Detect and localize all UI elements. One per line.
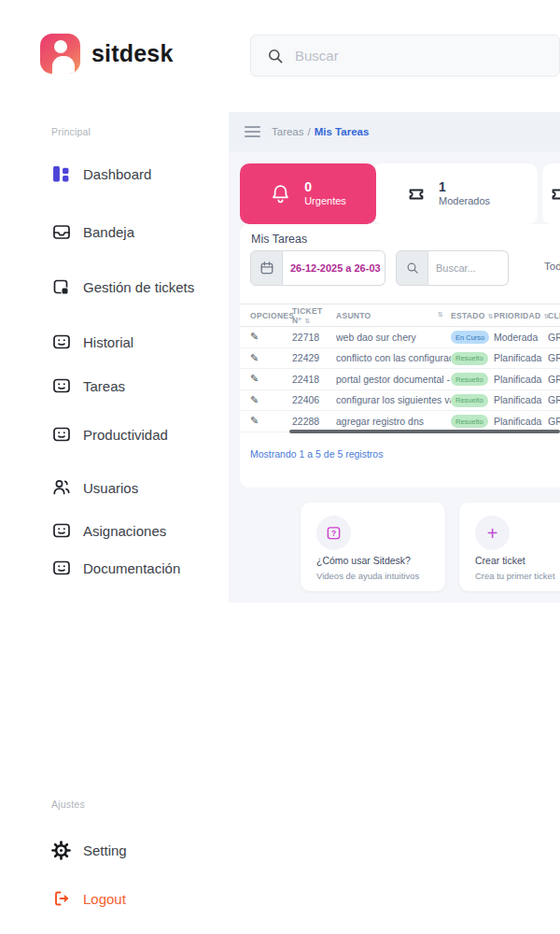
col-asunto[interactable]: ASUNTO⇅: [336, 311, 451, 320]
edit-icon[interactable]: ✎: [250, 415, 259, 426]
ticket-manage-icon: [51, 277, 71, 297]
sidebar-item-asignaciones[interactable]: Asignaciones: [51, 519, 166, 542]
edit-icon[interactable]: ✎: [250, 373, 259, 384]
sidebar-item-dashboard[interactable]: Dashboard: [51, 163, 151, 185]
table-row: ✎ 22718 web dao sur chery En Curso Moder…: [240, 327, 560, 348]
edit-icon[interactable]: ✎: [250, 331, 259, 342]
search-icon: [406, 262, 419, 275]
ticket-number: 22406: [292, 394, 336, 405]
menu-toggle-icon[interactable]: [245, 126, 260, 137]
filter-dropdown[interactable]: Tod: [544, 261, 560, 272]
asunto: configurar los siguientes valo...: [336, 394, 451, 405]
date-range-input[interactable]: [283, 250, 385, 286]
card-icon: [51, 333, 71, 352]
sidebar-item-label: Logout: [83, 891, 126, 907]
sidebar-item-documentacion[interactable]: Documentación: [51, 557, 180, 579]
table-row: ✎ 22406 configurar los siguientes valo..…: [240, 390, 560, 412]
bell-icon: [270, 183, 291, 205]
ticket-number: 22288: [292, 416, 336, 427]
gear-icon: [51, 841, 71, 860]
tab-label: Moderados: [439, 195, 490, 208]
cliente: GRU: [548, 374, 560, 385]
breadcrumb-current[interactable]: Mis Tareas: [315, 126, 370, 137]
sidebar-item-logout[interactable]: Logout: [51, 887, 126, 910]
sidebar-item-label: Setting: [83, 842, 127, 858]
records-count: Mostrando 1 a 5 de 5 registros: [250, 448, 383, 460]
status-badge: Resuelto: [451, 373, 488, 386]
sidebar-section-ajustes: Ajustes: [51, 799, 85, 810]
sort-icon[interactable]: ⇅: [304, 318, 310, 324]
svg-text:?: ?: [331, 529, 336, 538]
sort-icon[interactable]: ⇅: [438, 311, 443, 320]
tab-label: Urgentes: [304, 195, 346, 208]
table-search-input[interactable]: [428, 250, 509, 286]
calendar-icon: [259, 261, 274, 276]
help-card-create-ticket[interactable]: + Crear ticket Crea tu primer ticket: [459, 502, 560, 591]
edit-icon[interactable]: ✎: [250, 352, 259, 363]
breadcrumb: Tareas/Mis Tareas: [272, 126, 369, 137]
tab-urgentes[interactable]: 0 Urgentes: [240, 163, 376, 224]
sidebar-item-historial[interactable]: Historial: [51, 331, 133, 353]
help-icon-circle: +: [475, 516, 510, 550]
sidebar-item-usuarios[interactable]: Usuarios: [51, 476, 138, 499]
cliente: GRU: [548, 332, 560, 343]
status-badge: Resuelto: [451, 415, 488, 428]
panel-title: Mis Tareas: [251, 233, 307, 246]
tab-next-partial[interactable]: [542, 163, 560, 224]
card-icon: [51, 521, 71, 541]
sidebar-section-principal: Principal: [51, 126, 91, 137]
sidebar-item-label: Asignaciones: [83, 523, 166, 539]
ticket-number: 22429: [292, 352, 336, 363]
app-window: sitdesk Principal Dashboard Bandeja Gest…: [0, 0, 560, 934]
breadcrumb-parent[interactable]: Tareas: [272, 126, 304, 137]
help-icon-circle: ?: [316, 516, 351, 550]
tab-count: 0: [304, 179, 346, 196]
table-header-row: OPCIONES TICKET N°⇅ ASUNTO⇅ ESTADO⇅ PRIO…: [240, 304, 560, 327]
edit-icon[interactable]: ✎: [250, 394, 259, 405]
breadcrumb-separator: /: [308, 126, 311, 137]
brand-logo[interactable]: sitdesk: [40, 34, 174, 74]
status-badge: En Curso: [451, 331, 489, 344]
prioridad: Planificada: [494, 374, 548, 385]
ticket-number: 22418: [292, 374, 336, 385]
sidebar-item-setting[interactable]: Setting: [51, 839, 127, 861]
sidebar-item-label: Historial: [83, 334, 133, 350]
col-opciones: OPCIONES: [250, 311, 292, 320]
col-estado[interactable]: ESTADO⇅: [451, 311, 494, 320]
ticket-icon: [550, 185, 560, 204]
plus-icon: +: [487, 524, 498, 543]
horizontal-scrollbar[interactable]: [289, 430, 560, 433]
sidebar-item-label: Documentación: [83, 560, 180, 576]
logout-icon: [51, 889, 71, 909]
tasks-table: OPCIONES TICKET N°⇅ ASUNTO⇅ ESTADO⇅ PRIO…: [240, 304, 560, 432]
asunto: agregar registro dns: [336, 416, 451, 427]
table-search-icon-box: [396, 250, 428, 286]
tab-count: 1: [439, 179, 490, 196]
brand-name: sitdesk: [91, 40, 174, 67]
prioridad: Moderada: [494, 332, 548, 343]
help-card-subtitle: Videos de ayuda intuitivos: [316, 571, 419, 581]
help-card-title: Crear ticket: [475, 555, 525, 566]
col-cliente[interactable]: CLI: [548, 311, 560, 320]
date-picker-button[interactable]: [250, 250, 283, 286]
tab-moderados[interactable]: 1 Moderados: [373, 163, 538, 224]
global-search[interactable]: [250, 35, 560, 77]
dashboard-icon: [51, 164, 71, 184]
asunto: portal gestor documental - cre...: [336, 374, 451, 385]
help-card-how-to-use[interactable]: ? ¿Cómo usar Sitdesk? Videos de ayuda in…: [301, 502, 445, 591]
card-icon: [51, 425, 71, 445]
sidebar-item-productividad[interactable]: Productividad: [51, 423, 168, 446]
col-prioridad[interactable]: PRIORIDAD⇅: [494, 311, 548, 320]
help-card-title: ¿Cómo usar Sitdesk?: [316, 555, 411, 566]
sort-icon[interactable]: ⇅: [488, 313, 494, 319]
asunto: web dao sur chery: [336, 332, 451, 343]
col-ticket[interactable]: TICKET N°⇅: [292, 306, 336, 325]
global-search-input[interactable]: [295, 48, 519, 64]
sidebar-item-label: Dashboard: [83, 166, 151, 182]
sidebar-item-bandeja[interactable]: Bandeja: [51, 220, 134, 243]
sidebar-item-label: Gestión de tickets: [83, 279, 194, 295]
prioridad: Planificada: [494, 394, 548, 405]
sidebar-item-tareas[interactable]: Tareas: [51, 375, 125, 397]
sidebar-item-gestion-tickets[interactable]: Gestión de tickets: [51, 276, 194, 298]
sidebar-item-label: Usuarios: [83, 480, 138, 496]
